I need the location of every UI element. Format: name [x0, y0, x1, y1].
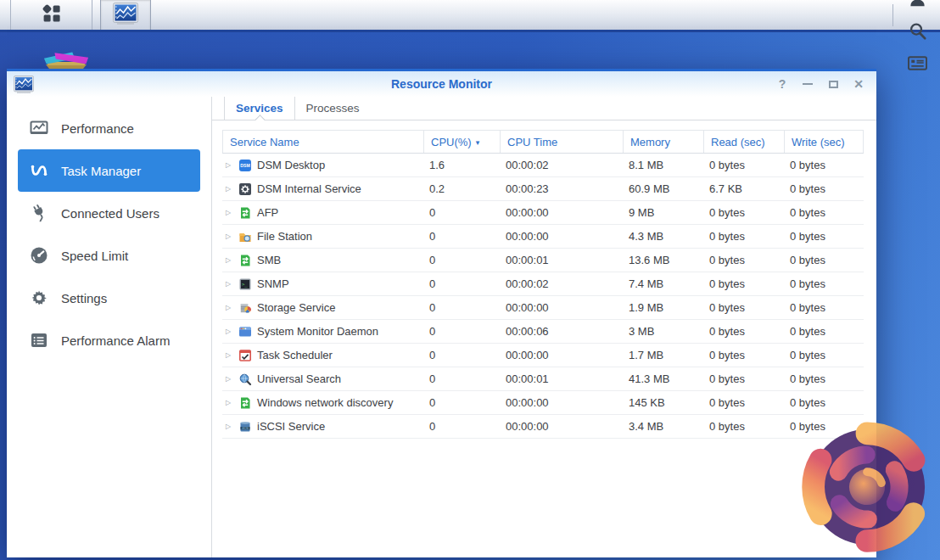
expand-icon[interactable]: ▷	[226, 232, 233, 240]
read-cell: 0 bytes	[704, 420, 785, 433]
table-row[interactable]: ▷ File Station000:00:004.3 MB0 bytes0 by…	[222, 225, 864, 249]
write-cell: 0 bytes	[785, 301, 864, 314]
minimize-button[interactable]	[802, 78, 814, 90]
column-label: Read (sec)	[711, 136, 765, 148]
service-name: SMB	[257, 254, 281, 266]
memory-cell: 3.4 MB	[624, 420, 704, 433]
file-transfer-icon	[238, 254, 252, 267]
table-row[interactable]: ▷ >_SNMP000:00:027.4 MB0 bytes0 bytes	[222, 272, 864, 296]
cpu-time-cell: 00:00:01	[501, 372, 624, 385]
column-header-cpu-time[interactable]: CPU Time	[501, 131, 624, 153]
table-row[interactable]: ▷ Task Scheduler000:00:001.7 MB0 bytes0 …	[222, 344, 864, 367]
service-name: DSM Desktop	[257, 159, 325, 171]
service-name-cell: ▷ iSCSIiSCSI Service	[222, 420, 424, 434]
task-manager-icon	[29, 160, 49, 181]
memory-cell: 9 MB	[624, 206, 704, 219]
maximize-button[interactable]	[827, 78, 839, 90]
table-row[interactable]: ▷ SMB000:00:0113.6 MB0 bytes0 bytes	[222, 249, 864, 272]
cpu-cell: 0	[424, 301, 501, 314]
table-row[interactable]: ▷ System Monitor Daemon000:00:063 MB0 by…	[222, 320, 864, 344]
read-cell: 0 bytes	[704, 206, 785, 219]
service-name-cell: ▷ Storage Service	[222, 301, 424, 315]
column-header-write-sec[interactable]: Write (sec)	[785, 131, 864, 153]
sidebar-item-task-manager[interactable]: Task Manager	[18, 149, 200, 192]
search-button[interactable]	[898, 15, 937, 48]
table-header: Service NameCPU(%)▾CPU TimeMemoryRead (s…	[222, 130, 864, 154]
service-name-cell: ▷ System Monitor Daemon	[222, 325, 424, 339]
column-header-read-sec[interactable]: Read (sec)	[704, 131, 785, 153]
widgets-button[interactable]	[898, 48, 937, 80]
sidebar-item-performance-alarm[interactable]: Performance Alarm	[7, 319, 211, 361]
table-row[interactable]: ▷ Universal Search000:00:0141.3 MB0 byte…	[222, 367, 864, 391]
table-row[interactable]: ▷ Storage Service000:00:001.9 MB0 bytes0…	[222, 296, 864, 320]
help-button[interactable]: ?	[776, 78, 788, 90]
column-header-memory[interactable]: Memory	[624, 131, 704, 153]
table-row[interactable]: ▷ DSM Internal Service0.200:00:2360.9 MB…	[222, 177, 864, 201]
service-name-cell: ▷ Universal Search	[222, 372, 424, 386]
sidebar-item-speed-limit[interactable]: Speed Limit	[7, 234, 211, 277]
expand-icon[interactable]: ▷	[226, 304, 233, 311]
sidebar-item-settings[interactable]: Settings	[7, 277, 211, 319]
cpu-time-cell: 00:00:06	[501, 325, 624, 338]
cpu-cell: 0	[424, 254, 501, 266]
cpu-time-cell: 00:00:00	[501, 206, 624, 219]
service-name: SNMP	[257, 277, 289, 290]
sidebar: Performance Task Manager Connected Users…	[7, 97, 212, 557]
sidebar-item-label: Task Manager	[61, 164, 141, 178]
cpu-time-cell: 00:00:01	[501, 254, 624, 266]
expand-icon[interactable]: ▷	[226, 185, 233, 193]
table-row[interactable]: ▷ DSMDSM Desktop1.600:00:028.1 MB0 bytes…	[222, 154, 864, 177]
service-name: Task Scheduler	[257, 349, 333, 361]
expand-icon[interactable]: ▷	[226, 328, 233, 335]
expand-icon[interactable]: ▷	[226, 399, 233, 406]
cpu-time-cell: 00:00:23	[501, 182, 624, 195]
expand-icon[interactable]: ▷	[226, 256, 233, 264]
close-button[interactable]: ✕	[853, 78, 864, 90]
content-panel: ServicesProcesses Service NameCPU(%)▾CPU…	[212, 97, 876, 557]
sidebar-item-label: Connected Users	[61, 206, 159, 221]
expand-icon[interactable]: ▷	[226, 161, 233, 169]
svg-text:>_: >_	[242, 282, 248, 288]
read-cell: 0 bytes	[704, 349, 785, 361]
svg-text:DSM: DSM	[240, 163, 250, 168]
column-label: Memory	[630, 136, 670, 148]
titlebar[interactable]: Resource Monitor ?✕	[7, 71, 876, 97]
service-name-cell: ▷ File Station	[222, 230, 424, 244]
main-menu-button[interactable]	[11, 0, 92, 30]
table-row[interactable]: ▷ AFP000:00:009 MB0 bytes0 bytes	[222, 201, 864, 225]
expand-icon[interactable]: ▷	[226, 423, 233, 430]
sidebar-item-connected-users[interactable]: Connected Users	[7, 192, 211, 234]
column-header-service-name[interactable]: Service Name	[222, 131, 424, 153]
expand-icon[interactable]: ▷	[226, 375, 233, 383]
expand-icon[interactable]: ▷	[226, 209, 233, 216]
expand-icon[interactable]: ▷	[226, 280, 233, 288]
service-name: AFP	[257, 206, 278, 219]
write-cell: 0 bytes	[785, 277, 864, 290]
memory-cell: 1.7 MB	[624, 349, 704, 361]
memory-cell: 13.6 MB	[624, 254, 704, 266]
taskbar-resource-monitor-button[interactable]	[100, 0, 151, 30]
cpu-time-cell: 00:00:00	[501, 230, 624, 243]
cpu-time-cell: 00:00:02	[501, 277, 624, 290]
table-row[interactable]: ▷ iSCSIiSCSI Service000:00:003.4 MB0 byt…	[222, 415, 864, 439]
sidebar-item-performance[interactable]: Performance	[7, 107, 211, 149]
write-cell: 0 bytes	[785, 349, 864, 361]
gear-icon	[29, 288, 49, 308]
svg-text:iSCSI: iSCSI	[242, 426, 249, 429]
service-name: Windows network discovery	[257, 396, 393, 409]
sidebar-item-label: Performance	[61, 121, 134, 136]
write-cell: 0 bytes	[785, 159, 864, 171]
resource-monitor-icon	[14, 76, 34, 93]
write-cell: 0 bytes	[785, 206, 864, 219]
expand-icon[interactable]: ▷	[226, 351, 233, 359]
cpu-cell: 0	[424, 349, 501, 361]
sort-desc-icon: ▾	[476, 138, 480, 147]
service-name-cell: ▷ SMB	[222, 254, 424, 267]
table-row[interactable]: ▷ Windows network discovery000:00:00145 …	[222, 391, 864, 415]
column-header-cpu[interactable]: CPU(%)▾	[424, 131, 501, 153]
cpu-cell: 0	[424, 396, 501, 409]
user-button[interactable]	[898, 0, 937, 15]
sidebar-item-label: Performance Alarm	[61, 333, 170, 348]
cpu-time-cell: 00:00:00	[501, 301, 624, 314]
tab-processes[interactable]: Processes	[294, 97, 371, 120]
